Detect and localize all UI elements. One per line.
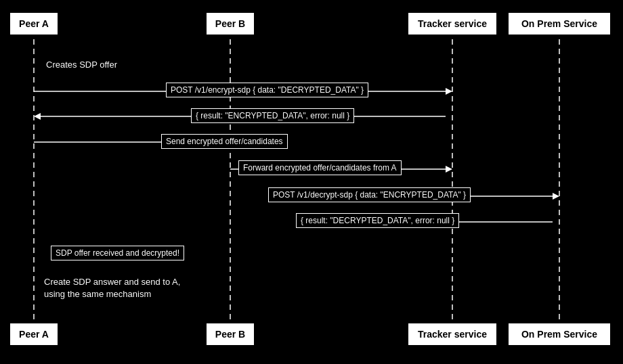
msg-result-decrypted: { result: "DECRYPTED_DATA", error: null … [296, 213, 459, 228]
msg-send-encrypted: Send encrypted offer/candidates [161, 134, 288, 149]
actor-tracker-top: Tracker service [408, 13, 496, 35]
msg-post-encrypt: POST /v1/encrypt-sdp { data: "DECRYPTED_… [166, 83, 368, 97]
msg-forward-encrypted: Forward encrypted offer/candidates from … [238, 160, 402, 175]
msg-result-encrypted: { result: "ENCRYPTED_DATA", error: null … [191, 108, 354, 123]
actor-peer-a-top: Peer A [10, 13, 58, 35]
actor-peer-b-bottom: Peer B [207, 323, 254, 345]
actor-tracker-bottom: Tracker service [408, 323, 496, 345]
msg-post-decrypt: POST /v1/decrypt-sdp { data: "ENCRYPTED_… [268, 187, 471, 202]
sequence-diagram: Peer A Peer B Tracker service On Prem Se… [0, 0, 623, 364]
actor-onprem-top: On Prem Service [509, 13, 610, 35]
svg-marker-5 [446, 88, 452, 95]
msg-sdp-received: SDP offer received and decrypted! [51, 246, 184, 260]
arrows-svg [0, 0, 623, 364]
msg-create-answer: Create SDP answer and send to A, using t… [44, 276, 180, 300]
svg-marker-11 [446, 166, 452, 173]
actor-onprem-bottom: On Prem Service [509, 323, 610, 345]
svg-marker-7 [34, 113, 41, 120]
svg-marker-13 [553, 193, 559, 200]
msg-creates-sdp: Creates SDP offer [46, 60, 117, 70]
actor-peer-a-bottom: Peer A [10, 323, 58, 345]
actor-peer-b-top: Peer B [207, 13, 254, 35]
